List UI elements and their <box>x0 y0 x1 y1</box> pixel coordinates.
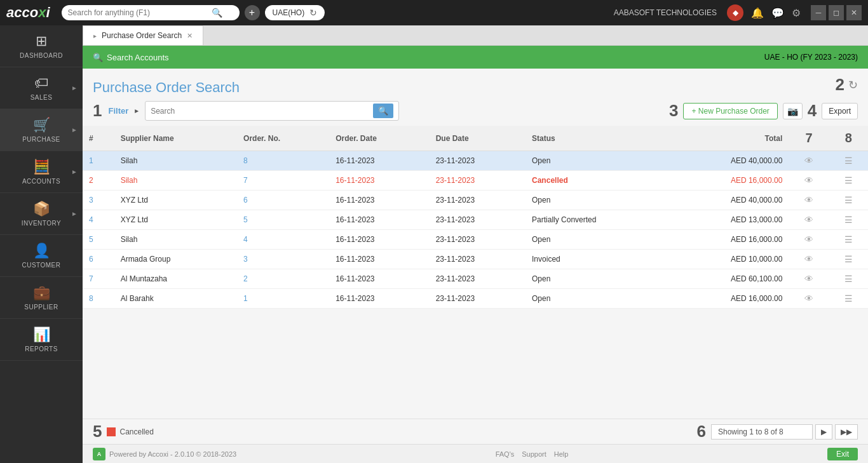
sidebar-item-supplier[interactable]: 💼 SUPPLIER <box>0 277 83 319</box>
row-order-no[interactable]: 2 <box>237 269 329 289</box>
row-view[interactable]: 👁 <box>789 269 829 289</box>
row-order-date: 16-11-2023 <box>329 269 430 289</box>
faq-link[interactable]: FAQ's <box>496 450 515 458</box>
filter-arrow-icon[interactable]: ► <box>133 107 140 114</box>
row-menu[interactable]: ☰ <box>829 210 868 230</box>
bell-icon[interactable]: 🔔 <box>751 7 764 19</box>
menu-icon[interactable]: ☰ <box>844 293 853 304</box>
row-view[interactable]: 👁 <box>789 230 829 250</box>
row-menu[interactable]: ☰ <box>829 289 868 309</box>
powered-by: A Powered by Accoxi - 2.0.10 © 2018-2023 <box>93 448 236 460</box>
company-selector[interactable]: UAE(HO) ↻ <box>265 5 325 20</box>
tab-close-icon[interactable]: ✕ <box>187 32 193 40</box>
sidebar-item-accounts[interactable]: 🧮 ACCOUNTS ► <box>0 151 83 193</box>
menu-icon[interactable]: ☰ <box>844 215 853 225</box>
row-num: 6 <box>83 250 114 269</box>
view-icon[interactable]: 👁 <box>804 195 813 205</box>
table-row: 1 Silah 8 16-11-2023 23-11-2023 Open AED… <box>83 151 868 171</box>
cancelled-legend-box <box>107 427 116 436</box>
filter-label[interactable]: Filter <box>108 106 128 116</box>
new-purchase-order-button[interactable]: + New Purchase Order <box>683 103 777 119</box>
view-icon[interactable]: 👁 <box>804 156 813 166</box>
global-search-input[interactable] <box>68 8 208 17</box>
row-order-no[interactable]: 6 <box>237 191 329 210</box>
view-icon[interactable]: 👁 <box>804 215 813 225</box>
sidebar-item-reports[interactable]: 📊 REPORTS <box>0 319 83 361</box>
search-input[interactable] <box>151 107 369 116</box>
exit-button[interactable]: Exit <box>827 448 858 460</box>
support-link[interactable]: Support <box>522 450 546 458</box>
row-menu[interactable]: ☰ <box>829 269 868 289</box>
row-status: Cancelled <box>526 171 669 191</box>
row-order-no[interactable]: 4 <box>237 230 329 250</box>
accounts-arrow-icon: ► <box>71 168 78 175</box>
company-full-name: AABASOFT TECHNOLOGIES <box>614 8 717 17</box>
tab-purchase-order-search[interactable]: ▸ Purchase Order Search ✕ <box>83 25 203 45</box>
row-view[interactable]: 👁 <box>789 210 829 230</box>
top-bar: accoxi 🔍 + UAE(HO) ↻ AABASOFT TECHNOLOGI… <box>0 0 868 25</box>
menu-icon[interactable]: ☰ <box>844 175 853 185</box>
row-order-no[interactable]: 3 <box>237 250 329 269</box>
row-order-no[interactable]: 5 <box>237 210 329 230</box>
last-page-button[interactable]: ▶▶ <box>835 424 858 440</box>
row-status: Open <box>526 151 669 171</box>
row-menu[interactable]: ☰ <box>829 230 868 250</box>
avatar[interactable]: ◆ <box>727 4 743 21</box>
row-view[interactable]: 👁 <box>789 171 829 191</box>
view-icon[interactable]: 👁 <box>804 234 813 245</box>
menu-icon[interactable]: ☰ <box>844 274 853 284</box>
menu-icon[interactable]: ☰ <box>844 254 853 264</box>
export-button[interactable]: Export <box>822 103 858 119</box>
export-page-icon[interactable]: 📷 <box>783 103 803 119</box>
col-status: Status <box>526 126 669 151</box>
row-due-date: 23-11-2023 <box>430 269 526 289</box>
row-order-no[interactable]: 7 <box>237 171 329 191</box>
row-order-no[interactable]: 1 <box>237 289 329 309</box>
sidebar-item-sales[interactable]: 🏷 SALES ► <box>0 67 83 109</box>
view-icon[interactable]: 👁 <box>804 293 813 304</box>
sidebar-item-dashboard[interactable]: ⊞ DASHBOARD <box>0 25 83 67</box>
col-total: Total <box>669 126 789 151</box>
row-view[interactable]: 👁 <box>789 191 829 210</box>
sidebar-item-inventory[interactable]: 📦 INVENTORY ► <box>0 193 83 235</box>
row-order-no[interactable]: 8 <box>237 151 329 171</box>
maximize-button[interactable]: ◻ <box>829 5 844 20</box>
menu-icon[interactable]: ☰ <box>844 234 853 245</box>
add-button[interactable]: + <box>245 5 260 20</box>
message-icon[interactable]: 💬 <box>771 7 784 19</box>
row-num: 5 <box>83 230 114 250</box>
num-label-2: 2 <box>836 75 844 95</box>
refresh-icon[interactable]: ↻ <box>309 8 317 18</box>
col-order-no: Order. No. <box>237 126 329 151</box>
row-menu[interactable]: ☰ <box>829 250 868 269</box>
menu-icon[interactable]: ☰ <box>844 195 853 205</box>
menu-icon[interactable]: ☰ <box>844 156 853 166</box>
refresh-page-icon[interactable]: ↻ <box>848 78 858 92</box>
num-label-7: 7 <box>805 131 812 145</box>
view-icon[interactable]: 👁 <box>804 254 813 264</box>
sidebar-item-purchase[interactable]: 🛒 PURCHASE ► <box>0 109 83 151</box>
row-view[interactable]: 👁 <box>789 250 829 269</box>
close-button[interactable]: ✕ <box>846 5 862 20</box>
row-menu[interactable]: ☰ <box>829 171 868 191</box>
view-icon[interactable]: 👁 <box>804 274 813 284</box>
view-icon[interactable]: 👁 <box>804 175 813 185</box>
minimize-button[interactable]: ─ <box>811 5 826 20</box>
sidebar-item-customer[interactable]: 👤 CUSTOMER <box>0 235 83 277</box>
inventory-arrow-icon: ► <box>71 210 78 217</box>
row-view[interactable]: 👁 <box>789 289 829 309</box>
next-page-button[interactable]: ▶ <box>815 424 832 440</box>
search-accounts-label: Search Accounts <box>107 53 169 62</box>
search-button[interactable]: 🔍 <box>373 104 393 118</box>
row-due-date: 23-11-2023 <box>430 210 526 230</box>
search-accounts-btn[interactable]: 🔍 Search Accounts <box>93 53 169 62</box>
purchase-icon: 🛒 <box>33 117 50 133</box>
settings-icon[interactable]: ⚙ <box>792 7 801 19</box>
export-label: Export <box>829 107 851 116</box>
row-order-date: 16-11-2023 <box>329 289 430 309</box>
num-label-5: 5 <box>93 422 102 441</box>
row-menu[interactable]: ☰ <box>829 151 868 171</box>
help-link[interactable]: Help <box>554 450 569 458</box>
row-menu[interactable]: ☰ <box>829 191 868 210</box>
row-view[interactable]: 👁 <box>789 151 829 171</box>
